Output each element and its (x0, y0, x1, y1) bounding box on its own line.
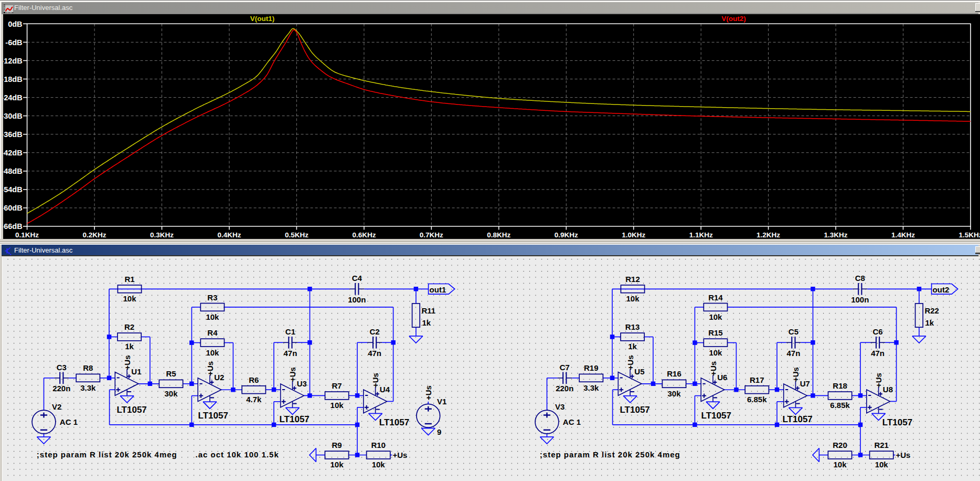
svg-text:1.0KHz: 1.0KHz (622, 231, 645, 239)
svg-text:1.1KHz: 1.1KHz (689, 231, 713, 239)
svg-text:R14: R14 (708, 293, 723, 302)
svg-text:C3: C3 (57, 363, 67, 372)
svg-text:U5: U5 (634, 367, 644, 376)
svg-text:-48dB: -48dB (3, 167, 23, 175)
svg-text:AC 1: AC 1 (563, 417, 581, 426)
svg-text:1.3KHz: 1.3KHz (824, 231, 848, 239)
svg-text:U3: U3 (297, 379, 307, 388)
svg-text:R20: R20 (833, 441, 847, 449)
svg-text:0.4KHz: 0.4KHz (217, 231, 241, 239)
svg-text:-60dB: -60dB (3, 204, 23, 212)
svg-text:C7: C7 (560, 363, 570, 372)
svg-text:10k: 10k (626, 294, 640, 303)
svg-text:C6: C6 (873, 327, 883, 336)
svg-text:+Us: +Us (626, 355, 635, 370)
svg-text:R11: R11 (421, 306, 435, 315)
svg-text:-6dB: -6dB (5, 38, 22, 47)
svg-text:0.9KHz: 0.9KHz (555, 231, 578, 239)
svg-text:R2: R2 (124, 322, 134, 331)
svg-text:R19: R19 (584, 363, 599, 372)
svg-text:LT1057: LT1057 (280, 414, 310, 424)
svg-text:10k: 10k (372, 460, 386, 469)
svg-text:4.7k: 4.7k (246, 395, 262, 404)
svg-text:+Us: +Us (709, 361, 718, 376)
svg-text:;step param R list 20k 250k 4m: ;step param R list 20k 250k 4meg (37, 450, 177, 459)
svg-text:R4: R4 (207, 328, 218, 337)
svg-text:220n: 220n (556, 384, 573, 393)
svg-text:U6: U6 (717, 373, 727, 382)
svg-text:100n: 100n (348, 295, 366, 304)
svg-text:R17: R17 (750, 375, 764, 384)
svg-text:+Us: +Us (206, 361, 215, 376)
svg-text:10k: 10k (331, 401, 344, 410)
svg-text:220n: 220n (52, 384, 70, 393)
svg-text:10k: 10k (833, 460, 847, 469)
svg-text:LT1057: LT1057 (701, 411, 731, 421)
svg-text:+Us: +Us (123, 355, 132, 370)
svg-text:-30dB: -30dB (3, 112, 23, 120)
svg-text:0.3KHz: 0.3KHz (150, 231, 174, 239)
svg-text:1k: 1k (925, 318, 934, 327)
svg-text:47n: 47n (283, 349, 297, 358)
svg-text:1.2KHz: 1.2KHz (757, 231, 780, 239)
svg-text:6.85k: 6.85k (747, 395, 767, 404)
svg-text:30k: 30k (164, 389, 178, 398)
svg-text:U8: U8 (883, 385, 893, 394)
svg-text:10k: 10k (875, 460, 889, 469)
svg-text:6.85k: 6.85k (830, 401, 850, 410)
svg-text:+Us: +Us (874, 373, 883, 388)
svg-text:-54dB: -54dB (3, 185, 23, 194)
svg-text:-66dB: -66dB (3, 222, 23, 231)
svg-text:1k: 1k (125, 342, 134, 351)
svg-text:C1: C1 (285, 327, 295, 336)
svg-text:+Us: +Us (424, 385, 433, 400)
svg-text:LT1057: LT1057 (620, 405, 650, 415)
svg-text:1.4KHz: 1.4KHz (891, 231, 915, 239)
svg-text:LT1057: LT1057 (379, 417, 409, 427)
svg-text:10k: 10k (206, 312, 219, 321)
svg-text:LT1057: LT1057 (198, 411, 228, 421)
svg-text:LT1057: LT1057 (882, 417, 912, 427)
svg-text:AC 1: AC 1 (60, 417, 78, 426)
svg-text:100n: 100n (851, 295, 869, 304)
svg-text:+Us: +Us (896, 451, 910, 459)
svg-text:10k: 10k (330, 460, 344, 469)
svg-text:R12: R12 (625, 275, 640, 284)
svg-text:1k: 1k (422, 318, 431, 327)
svg-text:R21: R21 (874, 441, 889, 449)
svg-text:R22: R22 (924, 306, 939, 315)
svg-text:10k: 10k (123, 294, 136, 303)
svg-text:10k: 10k (709, 312, 722, 321)
svg-text:R8: R8 (83, 363, 93, 372)
svg-text:+Us: +Us (392, 451, 407, 459)
svg-text:-42dB: -42dB (3, 149, 23, 157)
svg-text:9: 9 (437, 427, 441, 436)
svg-text:R10: R10 (371, 441, 386, 449)
svg-text:0.2KHz: 0.2KHz (83, 231, 106, 239)
svg-text:0.7KHz: 0.7KHz (420, 231, 443, 239)
svg-text:V(out1): V(out1) (250, 15, 275, 23)
svg-text:3.3k: 3.3k (80, 383, 96, 392)
svg-text:C5: C5 (789, 327, 798, 336)
svg-text:R18: R18 (833, 381, 847, 390)
svg-text:.ac oct 10k 100 1.5k: .ac oct 10k 100 1.5k (196, 450, 279, 459)
svg-text:R9: R9 (332, 441, 342, 449)
svg-text:U4: U4 (380, 385, 390, 394)
svg-text:-36dB: -36dB (3, 130, 23, 139)
svg-text:R3: R3 (207, 293, 217, 302)
svg-text:U1: U1 (131, 367, 141, 376)
svg-text:R7: R7 (332, 381, 342, 390)
svg-text:3.3k: 3.3k (583, 383, 599, 392)
svg-text:C8: C8 (855, 274, 865, 283)
svg-text:47n: 47n (786, 349, 800, 358)
svg-text:C4: C4 (352, 274, 363, 283)
svg-text:10k: 10k (206, 348, 219, 357)
svg-text:0dB: 0dB (8, 20, 22, 28)
svg-text:V2: V2 (52, 402, 61, 411)
svg-text:+Us: +Us (288, 367, 297, 382)
svg-text:47n: 47n (368, 349, 381, 358)
svg-text:R16: R16 (667, 369, 681, 378)
svg-text:-12dB: -12dB (3, 57, 23, 65)
svg-text:LT1057: LT1057 (783, 414, 813, 424)
svg-text:R1: R1 (124, 275, 134, 284)
